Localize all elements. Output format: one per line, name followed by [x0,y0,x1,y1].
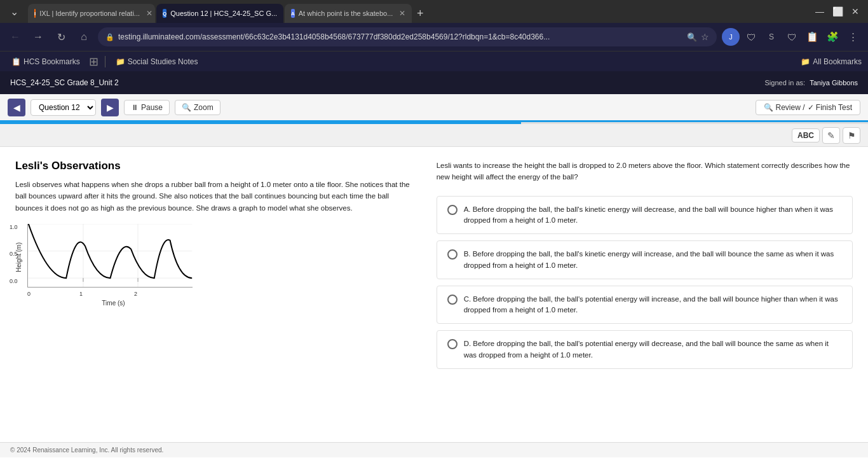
flag-button[interactable]: ⚑ [843,127,860,144]
star-icon[interactable]: ☆ [701,32,709,42]
search-icon: 🔍 [687,32,697,42]
back-button[interactable]: ← [6,28,24,46]
pause-label: Pause [141,103,163,112]
maximize-button[interactable]: ⬜ [830,4,845,19]
content-area: ABC ✎ ⚑ Lesli's Observations Lesli obser… [0,124,868,442]
user-name: Taniya Gibbons [810,79,858,87]
extension-icon-3[interactable]: S [763,28,780,46]
radio-a[interactable] [447,205,458,215]
bookmark-social-studies[interactable]: 📁 Social Studies Notes [111,56,203,67]
footer: © 2024 Renaissance Learning, Inc. All ri… [0,442,868,457]
close-button[interactable]: ✕ [848,4,863,19]
observation-title: Lesli's Observations [15,160,417,172]
expand-tab-list-button[interactable]: ⌄ [5,3,23,20]
y-tick-1.0: 1.0 [10,224,18,230]
question-prompt: Lesli wants to increase the height the b… [437,160,853,183]
extension-icon-5[interactable]: 📋 [803,28,821,46]
edit-button[interactable]: ✎ [822,127,840,144]
test-controls-right: 🔍 Review / ✓ Finish Test [756,100,860,115]
bookmarks-right: 📁 All Bookmarks [801,57,862,66]
radio-b[interactable] [447,249,458,260]
app-header-right: Signed in as: Taniya Gibbons [765,79,858,87]
tab-skateboard[interactable]: A At which point is the skatebo... ✕ [285,4,412,23]
menu-button[interactable]: ⋮ [844,28,862,46]
tab-favicon-skateboard: A [291,9,295,18]
browser-controls: ⌄ [5,3,23,20]
address-bar: ← → ↻ ⌂ 🔒 testing.illuminateed.com/asses… [0,23,868,51]
search-icon-review: 🔍 [764,103,773,112]
left-panel: Lesli's Observations Lesli observes what… [15,160,417,429]
graph-wrapper: Height (m) 1.0 0.5 0.0 [15,224,193,307]
window-buttons: — ⬜ ✕ [812,4,863,19]
add-tab-button[interactable]: + [413,4,428,23]
bookmark-social-studies-label: Social Studies Notes [128,57,198,66]
signed-in-label: Signed in as: [765,79,806,87]
flag-icon: ⚑ [848,130,856,141]
bookmark-divider [105,56,105,67]
edit-icon: ✎ [827,130,835,141]
abc-button[interactable]: ABC [792,128,820,142]
browser-titlebar: ⌄ I IXL | Identify proportional relati..… [0,0,868,23]
all-bookmarks-label[interactable]: All Bookmarks [813,57,862,66]
app-title: HCS_24-25_SC Grade 8_Unit 2 [10,78,119,87]
bookmark-hcs-label: HCS Bookmarks [24,57,80,66]
extension-icon-2[interactable]: 🛡 [742,28,760,46]
tab-label-question12: Question 12 | HCS_24-25_SC G... [170,10,277,17]
forward-button[interactable]: → [29,28,47,46]
url-text: testing.illuminateed.com/assessment/66c6… [118,32,683,41]
pause-icon: ⏸ [131,103,139,112]
answer-text-c: C. Before dropping the ball, the ball's … [464,294,842,316]
answer-text-b: B. Before dropping the ball, the ball's … [464,249,842,271]
review-finish-button[interactable]: 🔍 Review / ✓ Finish Test [756,100,860,115]
bookmark-hcs[interactable]: 📋 HCS Bookmarks [6,56,85,67]
tab-bar: I IXL | Identify proportional relati... … [28,0,804,23]
apps-icon: ⊞ [89,55,98,69]
radio-c[interactable] [447,295,458,305]
pause-button[interactable]: ⏸ Pause [124,100,170,115]
x-axis-label: Time (s) [15,300,193,307]
extension-icon-1[interactable]: J [722,28,740,46]
copyright-text: © 2024 Renaissance Learning, Inc. All ri… [10,447,163,454]
home-button[interactable]: ⌂ [75,28,93,46]
y-axis-label: Height (m) [15,242,22,272]
right-panel: Lesli wants to increase the height the b… [437,160,853,429]
answer-option-a[interactable]: A. Before dropping the ball, the ball's … [437,196,853,235]
observation-text: Lesli observes what happens when she dro… [15,179,417,214]
answer-text-d: D. Before dropping the ball, the ball's … [464,338,842,361]
answer-option-d[interactable]: D. Before dropping the ball, the ball's … [437,330,853,369]
answer-option-c[interactable]: C. Before dropping the ball, the ball's … [437,286,853,324]
radio-d[interactable] [447,339,458,349]
tab-ixl[interactable]: I IXL | Identify proportional relati... … [28,4,155,23]
y-tick-0.5: 0.5 [10,251,18,257]
zoom-icon: 🔍 [182,103,191,112]
bookmark-hcs-icon: 📋 [11,57,21,66]
y-tick-0.0: 0.0 [10,278,18,284]
lock-icon: 🔒 [105,33,114,41]
answer-option-b[interactable]: B. Before dropping the ball, the ball's … [437,240,853,279]
answer-text-a: A. Before dropping the ball, the ball's … [464,204,842,226]
tab-favicon-illuminated: Q [163,9,166,18]
test-controls-bar: ◀ Question 12 Question 1 Question 2 Ques… [0,94,868,122]
tab-close-skateboard[interactable]: ✕ [399,9,405,18]
tab-label-skateboard: At which point is the skatebo... [299,10,393,17]
tab-label-ixl: IXL | Identify proportional relati... [39,10,140,17]
zoom-button[interactable]: 🔍 Zoom [175,100,220,115]
next-question-button[interactable]: ▶ [101,99,119,116]
finish-label: ✓ Finish Test [808,103,852,112]
question-select[interactable]: Question 12 Question 1 Question 2 Questi… [31,99,96,116]
bounce-graph [27,224,193,288]
bookmark-social-studies-icon: 📁 [116,57,125,66]
prev-question-button[interactable]: ◀ [8,99,25,116]
tab-close-ixl[interactable]: ✕ [146,9,153,18]
extension-icon-4[interactable]: 🛡 [783,28,801,46]
extension-icon-6[interactable]: 🧩 [824,28,841,46]
all-bookmarks-icon: 📁 [801,57,810,66]
minimize-button[interactable]: — [812,4,827,19]
zoom-label: Zoom [194,103,214,112]
refresh-button[interactable]: ↻ [52,28,70,46]
url-bar[interactable]: 🔒 testing.illuminateed.com/assessment/66… [98,27,717,46]
app-header: HCS_24-25_SC Grade 8_Unit 2 Signed in as… [0,71,868,94]
browser-icons: J 🛡 S 🛡 📋 🧩 ⋮ [722,28,862,46]
review-label: Review / [776,103,805,112]
tab-question12[interactable]: Q Question 12 | HCS_24-25_SC G... ✕ [156,4,283,23]
